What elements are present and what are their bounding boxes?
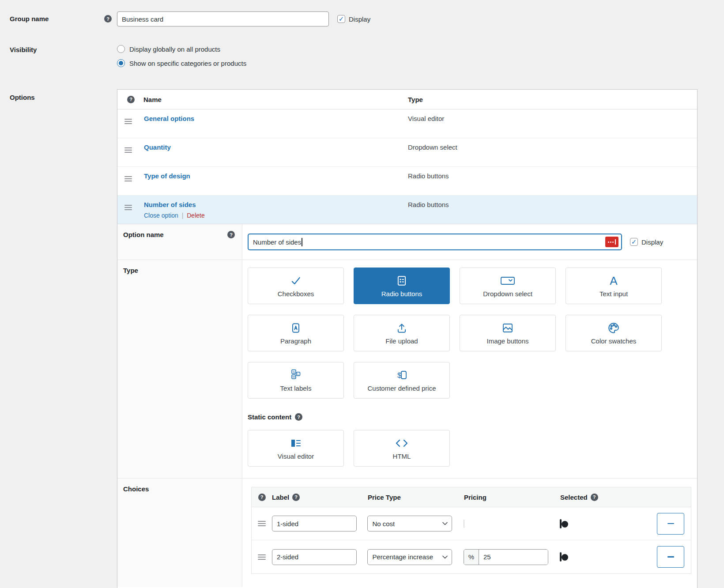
remove-choice-button[interactable] xyxy=(657,513,684,535)
choice-label-input[interactable] xyxy=(272,549,357,565)
remove-choice-button[interactable] xyxy=(657,546,684,568)
minus-icon xyxy=(667,523,674,524)
option-name-editor-row: Option name ? Number of sides ✓ Display xyxy=(117,224,697,260)
svg-text:M: M xyxy=(292,375,295,379)
help-icon[interactable]: ? xyxy=(591,494,598,501)
tile-label: Dropdown select xyxy=(483,290,532,298)
group-name-row: Group name ? ✓ Display xyxy=(0,11,724,26)
options-label: Options xyxy=(10,94,35,101)
tile-text-input[interactable]: A Text input xyxy=(566,268,662,304)
code-icon xyxy=(394,437,409,449)
radio-selected-icon[interactable] xyxy=(117,59,125,67)
delete-option-link[interactable]: Delete xyxy=(187,212,204,219)
option-link[interactable]: Type of design xyxy=(144,172,190,180)
tile-image-buttons[interactable]: Image buttons xyxy=(460,315,556,351)
group-display-checkbox[interactable]: ✓ xyxy=(337,15,345,23)
type-column-header: Type xyxy=(408,96,423,103)
label-column-header: Label xyxy=(272,494,289,501)
choice-label-input[interactable] xyxy=(272,516,357,531)
pricing-input[interactable] xyxy=(464,520,464,528)
static-tile-grid: Visual editor HTML xyxy=(248,430,663,467)
price-type-select[interactable]: Percentage increase xyxy=(367,549,452,565)
option-link[interactable]: General options xyxy=(144,115,194,122)
drag-handle-icon[interactable] xyxy=(258,521,266,526)
price-type-column-header: Price Type xyxy=(368,494,464,501)
tile-radio-buttons[interactable]: Radio buttons xyxy=(354,268,450,304)
drag-handle-icon[interactable] xyxy=(124,205,132,210)
option-row-general-options: General options Visual editor xyxy=(117,109,697,138)
help-icon[interactable]: ? xyxy=(227,231,235,238)
option-name-label: Option name xyxy=(123,231,164,238)
option-display-checkbox[interactable]: ✓ xyxy=(630,238,638,246)
group-name-label: Group name xyxy=(10,15,49,23)
visibility-row: Visibility Display globally on all produ… xyxy=(0,43,724,67)
pricing-column-header: Pricing xyxy=(464,494,560,501)
tile-paragraph[interactable]: Paragraph xyxy=(248,315,344,351)
visibility-option-specific-label: Show on specific categories or products xyxy=(129,60,246,67)
close-option-link[interactable]: Close option xyxy=(144,212,178,219)
option-type: Dropdown select xyxy=(408,143,457,151)
tile-label: HTML xyxy=(393,452,411,460)
group-display-label: Display xyxy=(349,15,370,23)
tile-color-swatches[interactable]: Color swatches xyxy=(566,315,662,351)
percent-prefix: % xyxy=(464,550,479,565)
tile-text-labels[interactable]: SLM Text labels xyxy=(248,362,344,399)
option-row-number-of-sides: Number of sides Radio buttons Close opti… xyxy=(117,196,697,224)
option-name-input[interactable]: Number of sides xyxy=(248,234,622,250)
selected-column-header: Selected xyxy=(560,494,588,501)
visibility-option-global[interactable]: Display globally on all products xyxy=(117,45,246,53)
lastpass-icon[interactable] xyxy=(605,237,618,247)
visibility-label: Visibility xyxy=(10,46,37,53)
option-type: Visual editor xyxy=(408,115,444,122)
option-type: Radio buttons xyxy=(408,201,449,208)
options-panel: ? Name Type General options Visual edito… xyxy=(117,89,698,588)
option-link[interactable]: Number of sides xyxy=(144,201,196,208)
help-icon[interactable]: ? xyxy=(295,413,302,421)
type-tile-grid: Checkboxes Radio buttons xyxy=(248,268,663,399)
action-separator: | xyxy=(182,212,184,219)
options-section: Options ? Name Type General options Visu… xyxy=(0,89,724,588)
dollar-box-icon: $ xyxy=(395,369,408,381)
minus-icon xyxy=(667,556,674,558)
option-row-quantity: Quantity Dropdown select xyxy=(117,138,697,167)
tile-dropdown-select[interactable]: Dropdown select xyxy=(460,268,556,304)
radio-list-icon xyxy=(396,275,407,287)
drag-handle-icon[interactable] xyxy=(124,176,132,181)
selected-toggle[interactable] xyxy=(560,519,562,528)
tile-label: Paragraph xyxy=(280,337,311,345)
tile-checkboxes[interactable]: Checkboxes xyxy=(248,268,344,304)
visibility-option-global-label: Display globally on all products xyxy=(129,45,220,53)
help-icon[interactable]: ? xyxy=(127,96,135,103)
static-content-label: Static content xyxy=(248,413,291,421)
drag-handle-icon[interactable] xyxy=(124,147,132,153)
price-type-select[interactable]: No cost xyxy=(367,516,452,531)
upload-icon xyxy=(396,322,407,334)
help-icon[interactable]: ? xyxy=(292,494,300,501)
drag-handle-icon[interactable] xyxy=(124,119,132,124)
radio-icon[interactable] xyxy=(117,45,125,53)
price-type-value: No cost xyxy=(372,520,395,528)
paragraph-icon xyxy=(290,322,302,334)
text-caret xyxy=(302,238,302,246)
tile-html[interactable]: HTML xyxy=(354,430,450,467)
svg-text:L: L xyxy=(298,372,299,375)
dropdown-box-icon xyxy=(500,275,515,287)
choice-row-2-sided: Percentage increase % xyxy=(252,540,691,573)
tile-visual-editor[interactable]: Visual editor xyxy=(248,430,344,467)
pricing-input[interactable] xyxy=(479,550,548,565)
options-table-header: ? Name Type xyxy=(117,90,697,109)
tile-label: Visual editor xyxy=(278,452,314,460)
drag-handle-icon[interactable] xyxy=(258,554,266,560)
visibility-option-specific[interactable]: Show on specific categories or products xyxy=(117,59,246,67)
choices-table: ? Label ? Price Type Pricing Selected ? xyxy=(251,487,691,574)
selected-toggle[interactable] xyxy=(560,552,562,562)
tile-label: Image buttons xyxy=(486,337,528,345)
tile-file-upload[interactable]: File upload xyxy=(354,315,450,351)
tile-customer-defined-price[interactable]: $ Customer defined price xyxy=(354,362,450,399)
group-name-input[interactable] xyxy=(117,11,329,26)
tile-label: Radio buttons xyxy=(381,290,422,298)
help-icon[interactable]: ? xyxy=(258,494,266,501)
option-link[interactable]: Quantity xyxy=(144,143,171,151)
help-icon[interactable]: ? xyxy=(104,15,112,23)
choices-label: Choices xyxy=(123,485,149,493)
